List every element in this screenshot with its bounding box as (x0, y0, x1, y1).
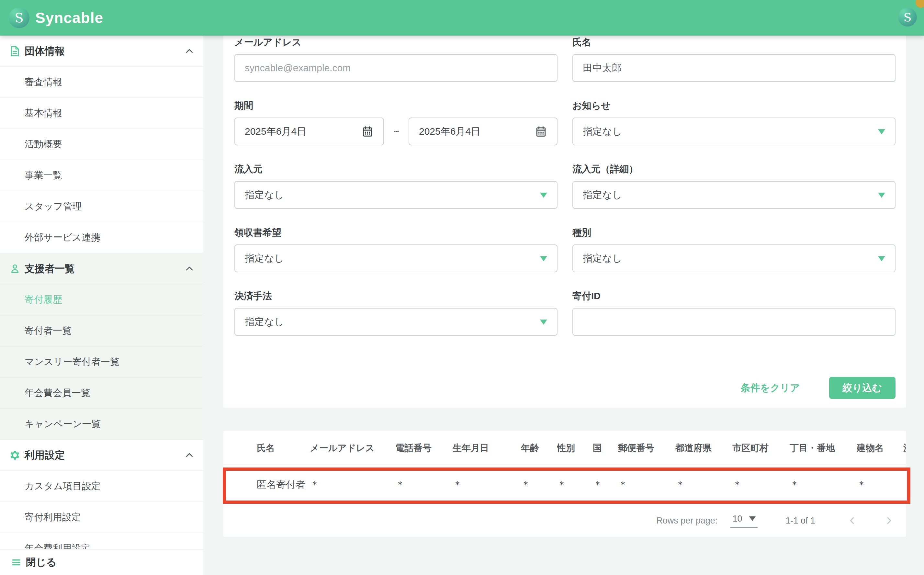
inflow-label: 流入元 (234, 164, 557, 175)
inflow-detail-select[interactable]: 指定なし (572, 181, 895, 209)
sidebar-item-nenkaihi-kaiin[interactable]: 年会費会員一覧 (0, 378, 203, 408)
period-separator: ~ (384, 126, 409, 137)
sidebar-section-settings[interactable]: 利用設定 (0, 440, 203, 471)
sidebar-item-jigyo-ichiran[interactable]: 事業一覧 (0, 160, 203, 191)
rows-per-page-value: 10 (732, 514, 742, 524)
rows-per-page-select[interactable]: 10 (730, 514, 757, 528)
clear-conditions-link[interactable]: 条件をクリア (741, 381, 800, 395)
column-header: 流入元 (903, 442, 906, 454)
sidebar-close-label: 閉じる (26, 556, 56, 569)
column-header: 市区町村 (732, 442, 790, 454)
inflow-value: 指定なし (245, 188, 284, 202)
donation-id-label: 寄付ID (572, 291, 895, 302)
period-to-input[interactable]: 2025年6月4日 (409, 118, 557, 145)
chevron-up-icon (184, 46, 194, 56)
pagination-range: 1-1 of 1 (786, 516, 815, 526)
cell-masked: ＊ (903, 478, 906, 491)
type-label: 種別 (572, 227, 895, 238)
sidebar-item-campaign-ichiran[interactable]: キャンペーン一覧 (0, 408, 203, 440)
sidebar-close-button[interactable]: 閉じる (0, 549, 203, 575)
sidebar-item-shinsa-joho[interactable]: 審査情報 (0, 67, 203, 98)
sidebar-item-monthly-kifusha[interactable]: マンスリー寄付者一覧 (0, 346, 203, 378)
inflow-detail-field-group: 流入元（詳細） 指定なし (572, 164, 895, 209)
name-input[interactable] (572, 54, 895, 82)
inflow-detail-value: 指定なし (583, 188, 622, 202)
sidebar-item-nenkaihi-riyo-settei[interactable]: 年会費利用設定 (0, 533, 203, 549)
period-from-value: 2025年6月4日 (245, 125, 306, 138)
next-page-button[interactable] (883, 515, 895, 526)
payment-field-group: 決済手法 指定なし (234, 291, 557, 336)
payment-select[interactable]: 指定なし (234, 308, 557, 336)
period-from-input[interactable]: 2025年6月4日 (234, 118, 384, 145)
name-field-group: 氏名 (572, 37, 895, 82)
chevron-up-icon (184, 264, 194, 273)
caret-down-icon (749, 516, 756, 521)
period-field-group: 期間 2025年6月4日 ~ (234, 100, 557, 145)
cell-masked: ＊ (675, 478, 732, 491)
column-header: メールアドレス (310, 442, 395, 454)
avatar-letter: S (903, 11, 912, 24)
sidebar-section-label: 利用設定 (25, 448, 65, 462)
column-header: 郵便番号 (618, 442, 675, 454)
notice-select[interactable]: 指定なし (572, 118, 895, 145)
email-input[interactable] (234, 54, 557, 82)
sidebar-item-katsudo-gaiyo[interactable]: 活動概要 (0, 129, 203, 160)
column-header: 氏名 (257, 442, 310, 454)
sidebar-item-staff-kanri[interactable]: スタッフ管理 (0, 191, 203, 222)
cell-masked: ＊ (593, 478, 618, 491)
sidebar-item-gaibu-service[interactable]: 外部サービス連携 (0, 222, 203, 253)
notice-field-group: お知らせ 指定なし (572, 100, 895, 145)
type-field-group: 種別 指定なし (572, 227, 895, 272)
notice-label: お知らせ (572, 100, 895, 111)
sidebar-item-custom-komoku[interactable]: カスタム項目設定 (0, 471, 203, 502)
sidebar-section-organization[interactable]: 団体情報 (0, 36, 203, 67)
filter-submit-button[interactable]: 絞り込む (829, 377, 895, 399)
column-header: 都道府県 (675, 442, 732, 454)
sidebar-section-supporters[interactable]: 支援者一覧 (0, 253, 203, 284)
sidebar-section-label: 支援者一覧 (25, 262, 75, 275)
filter-actions: 条件をクリア 絞り込む (234, 377, 895, 399)
table-row[interactable]: 匿名寄付者 ＊ ＊ ＊ ＊ ＊ ＊ ＊ ＊ ＊ ＊ ＊ ＊ (223, 465, 906, 504)
receipt-value: 指定なし (245, 252, 284, 265)
donation-id-input[interactable] (572, 308, 895, 336)
document-icon (9, 45, 21, 57)
type-select[interactable]: 指定なし (572, 245, 895, 272)
menu-icon (11, 557, 21, 567)
sidebar-section-label: 団体情報 (25, 44, 65, 58)
cell-masked: ＊ (310, 478, 395, 491)
inflow-select[interactable]: 指定なし (234, 181, 557, 209)
app-header: S Syncable S (0, 0, 924, 36)
sidebar-item-kifu-rireki[interactable]: 寄付履歴 (0, 284, 203, 315)
type-value: 指定なし (583, 252, 622, 265)
column-header: 生年月日 (452, 442, 521, 454)
table-pagination: Rows per page: 10 1-1 of 1 (223, 504, 906, 537)
chevron-up-icon (184, 450, 194, 460)
column-header: 国 (593, 442, 618, 454)
email-field-group: メールアドレス (234, 37, 557, 82)
brand-name: Syncable (35, 9, 103, 27)
table-header-row: 氏名 メールアドレス 電話番号 生年月日 年齢 性別 国 郵便番号 都道府県 市… (223, 431, 906, 465)
notification-dot (916, 0, 924, 8)
sidebar-item-kifu-riyo-settei[interactable]: 寄付利用設定 (0, 502, 203, 533)
sidebar-nav: 団体情報 審査情報 基本情報 活動概要 事業一覧 スタッフ管理 外部サービス連携… (0, 36, 203, 549)
column-header: 建物名 (857, 442, 903, 454)
page: S Syncable S 団体情報 審査情報 基本情報 (0, 0, 924, 575)
receipt-select[interactable]: 指定なし (234, 245, 557, 272)
sidebar-item-kihon-joho[interactable]: 基本情報 (0, 98, 203, 129)
caret-down-icon (878, 256, 885, 261)
period-to-value: 2025年6月4日 (419, 125, 481, 138)
main-content: メールアドレス 氏名 期間 2025年6月4日 (223, 36, 906, 537)
filter-panel: メールアドレス 氏名 期間 2025年6月4日 (223, 36, 906, 408)
caret-down-icon (540, 256, 547, 261)
previous-page-button[interactable] (846, 515, 858, 526)
caret-down-icon (878, 193, 885, 198)
gear-icon (9, 450, 21, 461)
sidebar-item-kifusha-ichiran[interactable]: 寄付者一覧 (0, 315, 203, 346)
receipt-field-group: 領収書希望 指定なし (234, 227, 557, 272)
avatar[interactable]: S (898, 8, 917, 27)
rows-per-page-label: Rows per page: (656, 516, 718, 526)
receipt-label: 領収書希望 (234, 227, 557, 238)
column-header: 性別 (557, 442, 593, 454)
cell-name: 匿名寄付者 (257, 478, 310, 491)
brand-logo-letter: S (14, 10, 23, 25)
